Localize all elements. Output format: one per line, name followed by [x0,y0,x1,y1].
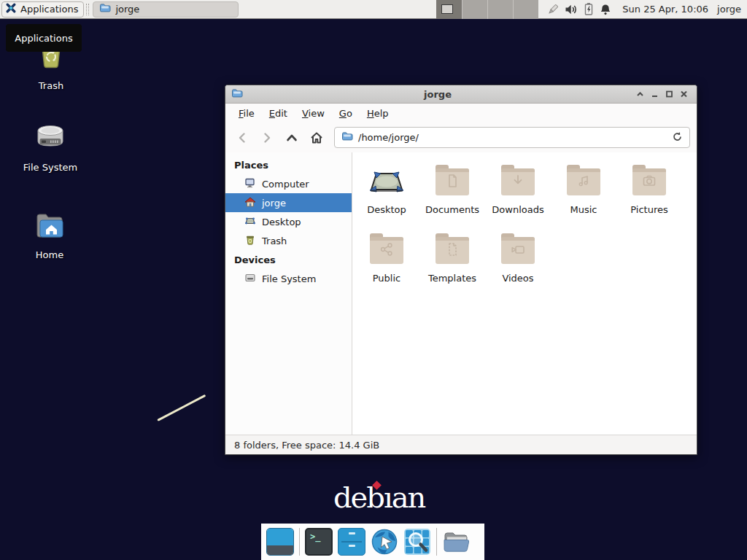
web-browser-globe-icon[interactable] [371,528,398,556]
up-button[interactable] [282,128,302,148]
show-desktop-icon[interactable] [266,528,294,556]
dock-separator [436,528,437,556]
folder-icon [341,131,353,144]
sidebar-item-label: jorge [262,198,286,209]
app-finder-icon[interactable] [403,528,431,556]
home-button[interactable] [306,128,327,148]
folder-icon[interactable] [442,528,470,556]
minimize-button[interactable] [647,88,662,101]
maximize-button[interactable] [662,88,676,101]
status-text: 8 folders, Free space: 14.4 GiB [234,440,379,451]
sidebar-item-computer[interactable]: Computer [225,174,352,193]
folder-item-label: Public [355,273,419,284]
workspace-4[interactable] [514,0,538,19]
desktop-icon-home[interactable]: Home [15,209,85,260]
folder-item-public[interactable]: Public [355,233,419,284]
music-notes-icon [576,173,592,189]
battery-icon[interactable] [583,2,595,16]
folder-item-label: Templates [420,273,484,284]
status-bar: 8 folders, Free space: 14.4 GiB [225,435,697,454]
workspace-window-preview [441,4,453,14]
home-icon [244,196,256,210]
applications-menu-label: Applications [20,4,78,15]
applications-tooltip-text: Applications [15,33,72,44]
folder-item-label: Videos [486,273,550,284]
video-camera-icon [510,241,526,257]
sidebar-item-trash[interactable]: Trash [225,231,352,250]
forward-button[interactable] [257,128,277,148]
folder-item-label: Music [551,204,616,215]
location-path-value: /home/jorge/ [358,132,419,143]
wallpaper-stroke-artifact [157,394,206,421]
workspace-2[interactable] [462,0,488,19]
window-titlebar[interactable]: jorge [225,85,697,104]
toolbar: /home/jorge/ [225,122,697,152]
taskbar-window-label: jorge [115,4,139,15]
menu-edit[interactable]: Edit [262,105,295,122]
folder-item-pictures[interactable]: Pictures [617,164,681,215]
hard-drive-icon [33,121,68,158]
share-nodes-icon [379,241,395,257]
window-title: jorge [243,89,632,100]
system-tray [546,2,612,17]
menu-view[interactable]: View [295,105,332,122]
panel-grip-handle[interactable] [86,4,89,15]
home-folder-icon [31,209,68,246]
download-arrow-icon [510,173,526,189]
sidebar-item-file-system[interactable]: File System [225,269,352,288]
panel-username[interactable]: jorge [717,4,741,15]
menu-go[interactable]: Go [332,105,360,122]
folder-item-label: Documents [420,204,484,215]
sidebar-places-header: Places [225,155,352,174]
debian-wallpaper-logo: debıan [333,483,425,512]
desktop-icon [244,215,256,229]
sidebar-item-label: Computer [262,179,309,190]
shade-button[interactable] [632,88,647,101]
sidebar-item-label: Desktop [262,217,301,228]
workspace-3[interactable] [488,0,514,19]
panel-clock[interactable]: Sun 25 Apr, 10:06 [622,4,708,15]
folder-item-label: Pictures [617,204,681,215]
sidebar: Places Computer [225,152,352,435]
top-panel: Applications jorge [0,0,747,19]
folder-item-videos[interactable]: Videos [486,233,550,284]
menu-file[interactable]: File [231,105,262,122]
folder-icon [99,2,111,16]
taskbar-window-button[interactable]: jorge [93,1,239,18]
folder-item-label: Desktop [355,204,419,215]
menu-help[interactable]: Help [360,105,396,122]
applications-tooltip: Applications [6,24,82,52]
desktop-special-icon [369,190,404,201]
file-manager-window: jorge File Edit View Go Help [225,85,697,455]
workspace-1[interactable] [436,0,462,19]
trash-icon [244,234,256,248]
terminal-prompt-glyph: >_ [310,532,320,542]
sidebar-item-desktop[interactable]: Desktop [225,212,352,231]
reload-icon[interactable] [672,131,683,144]
desktop-icon-file-system[interactable]: File System [15,121,85,173]
folder-item-music[interactable]: Music [551,164,616,215]
folder-view[interactable]: Desktop Documents Downloads [352,152,697,435]
desktop-icon-label: File System [23,162,77,173]
terminal-icon[interactable]: >_ [305,528,333,556]
close-button[interactable] [676,88,691,101]
stylus-pen-icon[interactable] [546,2,560,17]
folder-item-desktop[interactable]: Desktop [355,164,419,215]
file-cabinet-icon[interactable] [338,528,365,556]
folder-item-downloads[interactable]: Downloads [486,164,550,215]
applications-menu-button[interactable]: Applications [1,1,84,18]
sidebar-item-jorge[interactable]: jorge [225,193,352,212]
folder-item-label: Downloads [486,204,550,215]
folder-item-templates[interactable]: Templates [420,233,484,284]
sidebar-item-label: Trash [262,236,287,246]
location-path-field[interactable]: /home/jorge/ [334,127,690,148]
menu-bar: File Edit View Go Help [225,104,697,122]
hard-drive-icon [244,272,256,286]
document-glyph-icon [444,173,460,189]
folder-item-documents[interactable]: Documents [420,164,484,215]
back-button[interactable] [232,128,252,148]
workspace-switcher [436,0,538,19]
notification-bell-icon[interactable] [599,3,612,16]
volume-icon[interactable] [565,3,578,16]
camera-icon [641,173,657,189]
